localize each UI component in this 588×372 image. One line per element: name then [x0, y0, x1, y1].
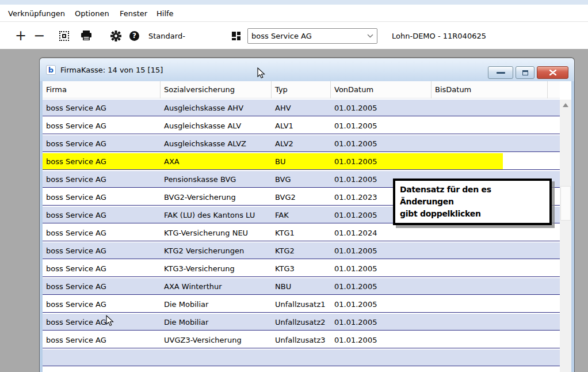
company-dropdown-value: boss Service AG: [248, 32, 363, 40]
table-cell: 01.01.2005: [331, 336, 432, 344]
table-cell: KTG2: [272, 246, 331, 255]
print-button[interactable]: [81, 22, 92, 49]
table-cell: 01.01.2005: [331, 122, 432, 130]
column-header-filler: [548, 81, 560, 98]
table-cell: boss Service AG: [43, 282, 161, 291]
table-cell: 01.01.2005: [331, 318, 432, 327]
table-cell: boss Service AG: [43, 318, 161, 327]
table-cell: boss Service AG: [43, 139, 161, 148]
minimize-icon: [497, 72, 505, 74]
restore-button[interactable]: [516, 66, 534, 79]
table-cell: boss Service AG: [43, 211, 161, 219]
table-cell: boss Service AG: [43, 300, 161, 309]
company-dropdown[interactable]: boss Service AG: [247, 28, 377, 44]
toolbar: + −: [0, 22, 588, 49]
table-cell: boss Service AG: [43, 229, 161, 237]
scrollbar-thumb[interactable]: [560, 186, 571, 221]
column-header-vondatum[interactable]: VonDatum: [331, 81, 432, 98]
table-row[interactable]: boss Service AGKTG3-VersicherungKTG301.0…: [43, 260, 560, 277]
table-cell: 01.01.2005: [331, 300, 432, 309]
table-cell: Ausgleichskasse AHV: [161, 104, 272, 112]
table-row[interactable]: boss Service AGUVGZ3-VersicherungUnfallz…: [43, 332, 560, 348]
column-header-bisdatum[interactable]: BisDatum: [432, 81, 548, 98]
table-cell: Die Mobiliar: [161, 300, 272, 309]
menu-fenster[interactable]: Fenster: [117, 7, 150, 20]
table-row[interactable]: boss Service AGAXABU01.01.2005: [43, 153, 560, 170]
table-cell: NBU: [272, 282, 331, 291]
table-cell: AXA Winterthur: [161, 282, 272, 291]
table-row[interactable]: boss Service AGAXA WinterthurNBU01.01.20…: [43, 278, 560, 295]
menu-verknuepfungen[interactable]: Verknüpfungen: [6, 7, 67, 20]
table-cell: KTG-Versicherung NEU: [161, 229, 272, 237]
table-cell: boss Service AG: [43, 193, 161, 202]
table-cell: Die Mobiliar: [161, 318, 272, 327]
chevron-down-icon: [363, 32, 377, 40]
table-cell: boss Service AG: [43, 264, 161, 273]
printer-icon: [81, 31, 92, 41]
table-cell: Unfallzusatz3: [272, 336, 331, 344]
table-cell: AXA: [161, 157, 272, 166]
app-title-strip: [0, 0, 588, 5]
table-header: Firma Sozialversicherung Typ VonDatum Bi…: [43, 81, 560, 98]
table-cell: UVGZ3-Versicherung: [161, 336, 272, 344]
table-cell: 01.01.2005: [331, 104, 432, 112]
mouse-cursor-row: [106, 315, 114, 327]
table-cell: Unfallzusatz1: [272, 300, 331, 309]
remove-icon: −: [33, 28, 45, 44]
table-row[interactable]: boss Service AGKTG2 VersicherungenKTG201…: [43, 242, 560, 259]
table-row[interactable]: boss Service AGKTG-Versicherung NEUKTG10…: [43, 225, 560, 241]
column-header-firma[interactable]: Firma: [43, 81, 161, 98]
layout-grid-icon: [232, 32, 240, 40]
remove-button[interactable]: −: [33, 22, 45, 49]
table-cell: KTG3: [272, 264, 331, 273]
table-row[interactable]: boss Service AGAusgleichskasse ALVALV101…: [43, 117, 560, 134]
table-row[interactable]: boss Service AGAusgleichskasse AHVAHV01.…: [43, 100, 560, 116]
table-cell: Ausgleichskasse ALVZ: [161, 139, 272, 148]
table-row[interactable]: boss Service AGAusgleichskasse ALVZALV20…: [43, 135, 560, 152]
window-title: FirmaKasse: 14 von 15 [15]: [60, 66, 163, 74]
restore-icon: [522, 70, 528, 75]
minimize-button[interactable]: [488, 66, 513, 79]
marquee-select-button[interactable]: [59, 22, 69, 49]
table-cell: KTG2 Versicherungen: [161, 246, 272, 255]
window-controls: [488, 66, 568, 79]
add-icon: +: [15, 28, 26, 44]
marquee-select-icon: [59, 31, 69, 41]
table-row[interactable]: boss Service AGDie MobiliarUnfallzusatz1…: [43, 296, 560, 313]
help-button[interactable]: ?: [129, 22, 139, 49]
table-cell: ALV1: [272, 122, 331, 130]
column-header-typ[interactable]: Typ: [272, 81, 331, 98]
menu-hilfe[interactable]: Hilfe: [154, 7, 176, 20]
table-cell: boss Service AG: [43, 104, 161, 112]
table-cell: FAK (LU) des Kantons LU: [161, 211, 272, 219]
menu-optionen[interactable]: Optionen: [72, 7, 112, 20]
add-button[interactable]: +: [15, 22, 26, 49]
table-row[interactable]: boss Service AGDie MobiliarUnfallzusatz2…: [43, 314, 560, 331]
standard-label: Standard-: [148, 22, 185, 49]
column-header-sozialversicherung[interactable]: Sozialversicherung: [161, 81, 272, 98]
annotation-line2: gibt doppelklicken: [400, 208, 545, 220]
table-cell: boss Service AG: [43, 175, 161, 184]
layout-button[interactable]: [232, 22, 240, 49]
settings-button[interactable]: [110, 22, 121, 49]
table-cell: BU: [272, 157, 331, 166]
table-cell: boss Service AG: [43, 336, 161, 344]
table-client-area: Firma Sozialversicherung Typ VonDatum Bi…: [43, 81, 571, 372]
environment-label: Lohn-DEMO - 11R040625: [392, 22, 486, 49]
boss-app-icon: b: [46, 65, 56, 75]
table-cell: boss Service AG: [43, 246, 161, 255]
close-button[interactable]: [537, 66, 568, 79]
table-cell: BVG2: [272, 193, 331, 202]
help-icon: ?: [129, 31, 139, 41]
annotation-callout: Datensatz für den es Änderungen gibt dop…: [393, 179, 552, 225]
table-cell: boss Service AG: [43, 122, 161, 130]
table-cell: 01.01.2005: [331, 157, 432, 166]
table-cell: BVG: [272, 175, 331, 184]
window-titlebar[interactable]: b FirmaKasse: 14 von 15 [15]: [40, 58, 574, 81]
scroll-up-button[interactable]: [560, 100, 571, 110]
vertical-scrollbar[interactable]: [560, 100, 571, 372]
table-cell: Ausgleichskasse ALV: [161, 122, 272, 130]
gear-icon: [110, 31, 121, 41]
table-cell: ALV2: [272, 139, 331, 148]
table-cell: FAK: [272, 211, 331, 219]
